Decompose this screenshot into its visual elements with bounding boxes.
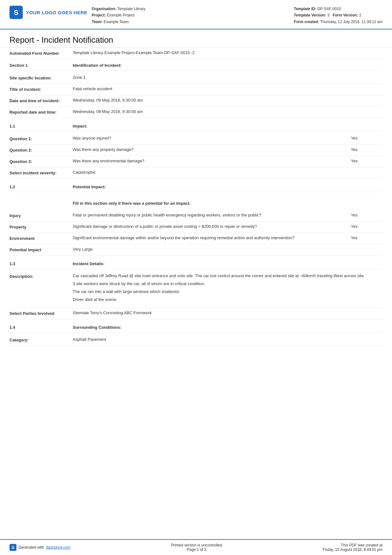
category-label: Category: xyxy=(9,337,73,342)
reported-value: Wednesday, 09 May 2018, 9:30:00 am xyxy=(73,109,383,114)
section1-title: Identification of Incident: xyxy=(73,63,122,68)
potential-impact-value: Very Large xyxy=(73,247,383,252)
reported-row: Reported date and time: Wednesday, 09 Ma… xyxy=(9,107,383,118)
potential-note-spacer xyxy=(9,201,73,206)
environment-label: Environment xyxy=(9,235,73,241)
desc-para-4: Driver died at the scene. xyxy=(73,297,383,302)
question2-label: Question 2: xyxy=(9,147,73,153)
section11-header: 1.1 Impact: xyxy=(9,120,383,131)
title-value: Fatal vehicle accident xyxy=(73,86,383,91)
severity-value: Catastrophic xyxy=(73,170,383,175)
page-footer: S Generated with dashpivot.com Printed v… xyxy=(0,539,392,555)
severity-row: Select incident severity: Catastrophic xyxy=(9,167,383,179)
question3-label: Question 3: xyxy=(9,159,73,164)
section12-header: 1.2 Potential Impact: xyxy=(9,181,383,192)
auto-form-number-value: Template Library-Example Project-Example… xyxy=(73,50,383,55)
page-header: S YOUR LOGO GOES HERE Organisation: Temp… xyxy=(0,0,392,29)
org-label: Organisation: xyxy=(92,7,116,11)
project-label: Project: xyxy=(92,13,106,17)
question3-text: Was there any environmental damage? xyxy=(73,159,351,163)
section11-num: 1.1 xyxy=(9,124,73,128)
form-content: Automated Form Number Template Library-E… xyxy=(0,48,392,346)
parties-row: Select Parties Involved Sitemate Terry's… xyxy=(9,308,383,319)
section13-header: 1.3 Incident Details: xyxy=(9,258,383,269)
footer-right-text: This PDF was created at xyxy=(323,543,383,547)
footer-generated-text: Generated with xyxy=(18,545,44,550)
team-label: Team: xyxy=(92,20,102,24)
injury-text: Fatal or permanent disabling injury or p… xyxy=(73,213,351,217)
parties-label: Select Parties Involved xyxy=(9,310,73,316)
category-row: Category: Asphalt Pavement xyxy=(9,334,383,346)
title-row: Title of incident: Fatal vehicle acciden… xyxy=(9,84,383,95)
question1-row: Question 1: Was anyone injured? Yes xyxy=(9,133,383,145)
section12-num: 1.2 xyxy=(9,184,73,189)
footer-link[interactable]: dashpivot.com xyxy=(46,545,70,550)
section14-title: Surrounding Conditions: xyxy=(73,325,121,330)
potential-impact-row: Potential Impact Very Large xyxy=(9,244,383,256)
injury-row: Injury Fatal or permanent disabling inju… xyxy=(9,210,383,221)
description-value: Car cascaded off Jeffrey Road @ site mai… xyxy=(73,273,383,305)
footer-uncontrolled: Printed version is uncontrolled xyxy=(171,543,222,547)
question3-row: Question 3: Was there any environmental … xyxy=(9,156,383,167)
question1-label: Question 1: xyxy=(9,136,73,141)
environment-row: Environment Significant environmental da… xyxy=(9,233,383,244)
template-version-value: 3 xyxy=(327,13,329,17)
date-label: Date and time of incident: xyxy=(9,98,73,103)
header-meta: Organisation: Template Library Project: … xyxy=(92,6,383,25)
footer-left: S Generated with dashpivot.com xyxy=(9,544,70,551)
site-location-label: Site specific location: xyxy=(9,75,73,80)
form-version-value: 2 xyxy=(359,13,361,17)
org-value: Template Library xyxy=(117,7,145,11)
injury-answer: Yes xyxy=(351,213,383,217)
desc-para-1: Car cascaded off Jeffrey Road @ site mai… xyxy=(73,273,383,278)
footer-logo-icon: S xyxy=(9,544,16,551)
svg-text:S: S xyxy=(14,9,19,16)
form-created-label: Form created: xyxy=(294,20,319,24)
section1-header: Section 1 Identification of Incident: xyxy=(9,59,383,71)
team-value: Example Team xyxy=(104,20,129,24)
description-row: Description: Car cascaded off Jeffrey Ro… xyxy=(9,271,383,308)
date-row: Date and time of incident: Wednesday, 09… xyxy=(9,95,383,107)
footer-right-date: Friday, 10 August 2018, 8:49:01 pm xyxy=(323,547,383,552)
description-label: Description: xyxy=(9,273,73,279)
logo-text: YOUR LOGO GOES HERE xyxy=(26,10,88,15)
template-id-value: DP-SAF-0015 xyxy=(317,7,341,11)
question1-text: Was anyone injured? xyxy=(73,136,351,140)
parties-value: Sitemate Terry's Concreting ABC Formwork xyxy=(73,310,383,315)
potential-impact-label: Potential Impact xyxy=(9,247,73,252)
section14-num: 1.4 xyxy=(9,325,73,330)
severity-label: Select incident severity: xyxy=(9,170,73,175)
category-value: Asphalt Pavement xyxy=(73,337,383,342)
site-location-value: Zone 1 xyxy=(73,75,383,80)
injury-label: Injury xyxy=(9,213,73,218)
section13-num: 1.3 xyxy=(9,261,73,266)
potential-note-row: Fill in this section only if there was a… xyxy=(9,196,383,208)
form-created-value: Thursday, 12 July 2018, 11:39:12 am xyxy=(320,20,383,24)
footer-page: Page 1 of 3 xyxy=(171,547,222,552)
question2-text: Was there any property damage? xyxy=(73,147,351,152)
logo-icon: S xyxy=(9,6,23,19)
report-title: Report - Incident Notification xyxy=(0,29,392,48)
svg-text:S: S xyxy=(12,545,15,550)
environment-text: Significant environmental damage within … xyxy=(73,235,351,240)
reported-label: Reported date and time: xyxy=(9,109,73,115)
property-answer: Yes xyxy=(351,224,383,229)
property-row: Property Significant damage or destructi… xyxy=(9,221,383,233)
site-location-row: Site specific location: Zone 1 xyxy=(9,72,383,84)
auto-form-number-label: Automated Form Number xyxy=(9,50,73,56)
footer-right: This PDF was created at Friday, 10 Augus… xyxy=(323,543,383,552)
property-label: Property xyxy=(9,224,73,229)
environment-answer: Yes xyxy=(351,235,383,240)
section1-num: Section 1 xyxy=(9,63,73,68)
section12-title: Potential Impact: xyxy=(73,184,106,189)
template-version-label: Template Version: xyxy=(294,13,326,17)
footer-center: Printed version is uncontrolled Page 1 o… xyxy=(171,543,222,552)
template-id-label: Template ID: xyxy=(294,7,316,11)
question2-answer: Yes xyxy=(351,147,383,152)
project-value: Example Project xyxy=(107,13,134,17)
desc-para-2: 3 site workers were struck by the car, a… xyxy=(73,281,383,286)
property-text: Significant damage or destruction of a p… xyxy=(73,224,351,229)
section11-title: Impact: xyxy=(73,124,87,128)
section14-header: 1.4 Surrounding Conditions: xyxy=(9,321,383,333)
date-value: Wednesday, 09 May 2018, 9:30:00 am xyxy=(73,98,383,103)
